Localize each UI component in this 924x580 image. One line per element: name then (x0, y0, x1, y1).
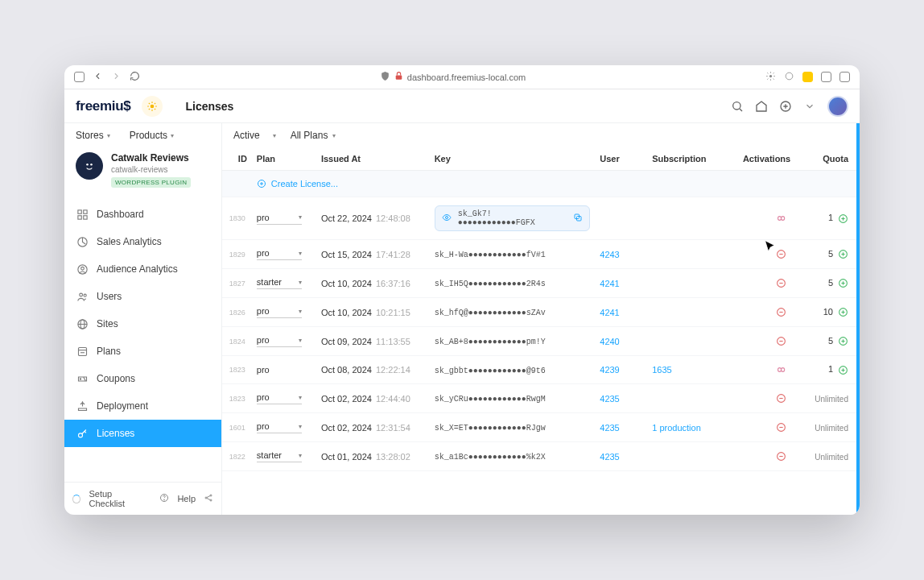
plan-select[interactable]: starter▾ (257, 450, 302, 462)
user-link[interactable]: 4235 (600, 423, 619, 433)
chevron-down-icon[interactable] (803, 100, 816, 113)
sidebar-item-plans[interactable]: Plans (64, 338, 221, 365)
note-icon[interactable] (802, 72, 813, 82)
eye-icon[interactable] (442, 213, 452, 224)
sidebar-item-coupons[interactable]: Coupons (64, 365, 221, 392)
plan-select[interactable]: pro▾ (257, 392, 302, 404)
logo[interactable]: freemiu$ (76, 98, 130, 114)
plan-select[interactable]: pro▾ (257, 421, 302, 433)
table-row[interactable]: 1823pro▾Oct 02, 2024 12:44:40sk_yCRu●●●●… (222, 384, 856, 413)
inbox-icon[interactable] (755, 100, 768, 113)
setup-checklist-link[interactable]: Setup Checklist (89, 489, 146, 508)
sidebar-item-deployment[interactable]: Deployment (64, 392, 221, 420)
avatar[interactable] (827, 96, 848, 117)
col-activations[interactable]: Activations (726, 147, 796, 171)
col-issued[interactable]: Issued At (316, 147, 430, 171)
app: freemiu$ Licenses (64, 89, 860, 515)
add-icon[interactable] (779, 100, 792, 113)
tabs-icon[interactable] (839, 72, 850, 82)
sidebar-item-users[interactable]: Users (64, 283, 221, 310)
create-license-button[interactable]: Create License... (257, 179, 852, 188)
user-link[interactable]: 4241 (600, 279, 619, 288)
plus-circle-icon[interactable] (838, 278, 848, 288)
col-key[interactable]: Key (430, 147, 596, 171)
nav-label: Audience Analytics (97, 263, 178, 275)
back-icon[interactable] (93, 71, 103, 83)
plan-select[interactable]: starter▾ (257, 277, 302, 289)
table-row[interactable]: 1824pro▾Oct 09, 2024 11:13:55sk_AB+8●●●●… (222, 327, 856, 356)
gear-icon[interactable] (765, 71, 776, 83)
user-link[interactable]: 4239 (600, 365, 619, 375)
plus-circle-icon[interactable] (838, 213, 848, 224)
plan-select[interactable]: pro▾ (257, 213, 302, 225)
id-cell: 1829 (222, 240, 252, 269)
svg-line-11 (155, 102, 155, 103)
plus-circle-icon[interactable] (838, 336, 848, 346)
svg-point-26 (80, 267, 84, 270)
help-icon (159, 493, 169, 504)
user-link[interactable]: 4235 (600, 394, 619, 404)
user-link[interactable]: 4235 (600, 452, 619, 462)
quota-value: 1 (828, 213, 833, 222)
theme-toggle[interactable] (142, 96, 163, 117)
plus-circle-icon[interactable] (838, 249, 848, 259)
table-row[interactable]: 1830pro▾Oct 22, 2024 12:48:08sk_Gk7!●●●●… (222, 197, 856, 240)
id-cell: 1824 (222, 327, 252, 356)
svg-point-3 (151, 104, 155, 108)
subscription-link[interactable]: 1 production (652, 423, 701, 433)
table-row[interactable]: 1826pro▾Oct 10, 2024 10:21:15sk_hfQ@●●●●… (222, 298, 856, 327)
user-link[interactable]: 4240 (600, 337, 619, 346)
plan-select[interactable]: pro▾ (257, 306, 302, 318)
entity-badge: WORDPRESS PLUGIN (111, 177, 191, 188)
forward-icon[interactable] (111, 71, 122, 83)
user-link[interactable]: 4243 (600, 250, 619, 259)
extensions-icon[interactable] (784, 71, 794, 83)
minus-circle-icon (776, 336, 786, 346)
plan-select[interactable]: pro▾ (257, 335, 302, 347)
issued-cell: Oct 08, 2024 12:22:14 (316, 356, 430, 384)
sidebar-item-audience-analytics[interactable]: Audience Analytics (64, 255, 221, 283)
svg-rect-22 (77, 215, 80, 218)
col-user[interactable]: User (595, 147, 647, 171)
sidebar-item-licenses[interactable]: Licenses (64, 420, 221, 447)
svg-point-27 (79, 293, 82, 296)
col-quota[interactable]: Quota (795, 147, 856, 171)
plus-circle-icon[interactable] (838, 365, 848, 375)
table-row[interactable]: 1822starter▾Oct 01, 2024 13:28:02sk_a1Bc… (222, 442, 856, 471)
table-row[interactable]: 1823proOct 08, 2024 12:22:14sk_gbbt●●●●●… (222, 356, 856, 384)
table-row[interactable]: 1829pro▾Oct 15, 2024 17:41:28sk_H-Wa●●●●… (222, 240, 856, 269)
subscription-link[interactable]: 1635 (652, 365, 671, 375)
user-link[interactable]: 4241 (600, 308, 619, 317)
col-subscription[interactable]: Subscription (647, 147, 725, 171)
table-row[interactable]: 1601pro▾Oct 02, 2024 12:31:54sk_X=ET●●●●… (222, 413, 856, 442)
sidebar-item-sales-analytics[interactable]: Sales Analytics (64, 228, 221, 255)
plan-filter[interactable]: All Plans▾ (291, 130, 336, 141)
quota-value: Unlimited (815, 395, 848, 404)
nav-label: Users (97, 291, 122, 302)
table-row[interactable]: 1827starter▾Oct 10, 2024 16:37:16sk_IH5Q… (222, 269, 856, 298)
issued-cell: Oct 10, 2024 10:21:15 (316, 298, 430, 327)
entity-card[interactable]: Catwalk Reviews catwalk-reviews WORDPRES… (64, 144, 221, 196)
svg-point-35 (80, 378, 80, 379)
help-link[interactable]: Help (177, 494, 196, 503)
search-icon[interactable] (731, 100, 744, 113)
key-value: sk_a1Bc●●●●●●●●●●●●%k2X (435, 453, 546, 462)
copy-icon[interactable] (573, 213, 583, 224)
col-plan[interactable]: Plan (252, 147, 316, 171)
sidebar-item-sites[interactable]: Sites (64, 310, 221, 338)
refresh-icon[interactable] (130, 71, 140, 83)
status-filter[interactable]: Active▾ (233, 130, 276, 141)
share-icon[interactable] (821, 72, 831, 82)
sidebar-toggle-icon[interactable] (74, 72, 85, 82)
share-icon[interactable] (204, 493, 213, 504)
nav: DashboardSales AnalyticsAudience Analyti… (64, 196, 221, 482)
stores-dropdown[interactable]: Stores▾ (76, 130, 110, 141)
plus-circle-icon[interactable] (838, 307, 848, 317)
quota-value: 10 (823, 307, 833, 317)
id-cell: 1826 (222, 298, 252, 327)
col-id[interactable]: ID (222, 147, 252, 171)
plan-select[interactable]: pro▾ (257, 248, 302, 260)
sidebar-item-dashboard[interactable]: Dashboard (64, 201, 221, 228)
url-text[interactable]: dashboard.freemius-local.com (407, 72, 526, 82)
products-dropdown[interactable]: Products▾ (130, 130, 174, 141)
